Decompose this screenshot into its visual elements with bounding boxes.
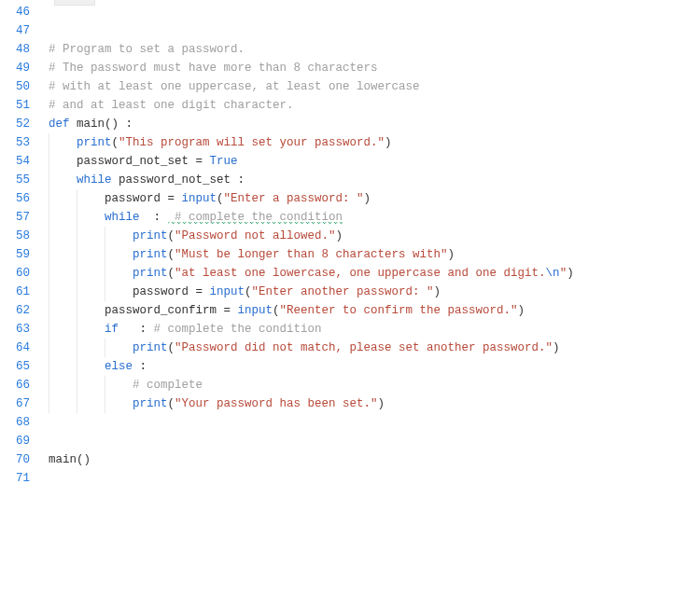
indent-guide — [77, 376, 77, 394]
code-line[interactable]: while : # complete the condition — [49, 208, 700, 227]
code-line[interactable]: # complete — [49, 376, 700, 394]
code-token: main() — [49, 453, 91, 466]
line-number: 66 — [0, 376, 37, 394]
indent-guide — [49, 283, 49, 301]
code-token: ( — [112, 136, 119, 149]
code-token: # and at least one digit character. — [49, 99, 294, 112]
code-token: password_confirm = — [105, 304, 238, 317]
code-line[interactable] — [49, 432, 700, 450]
indent-guide — [77, 227, 77, 245]
code-token: ( — [168, 229, 175, 242]
code-token: # The password must have more than 8 cha… — [49, 62, 378, 75]
code-line[interactable] — [49, 413, 700, 432]
code-token: "Must be longer than 8 characters with" — [175, 248, 448, 261]
code-line[interactable]: # and at least one digit character. — [49, 96, 700, 115]
code-line[interactable]: print("Must be longer than 8 characters … — [49, 245, 700, 264]
line-number: 47 — [0, 21, 37, 40]
code-line[interactable]: print("Password did not match, please se… — [49, 339, 700, 357]
indent-guide — [77, 357, 77, 376]
line-number: 48 — [0, 40, 37, 59]
code-line[interactable]: print("This program will set your passwo… — [49, 133, 700, 152]
indent-guide — [49, 189, 49, 208]
line-number: 52 — [0, 115, 37, 133]
code-line[interactable]: print("at least one lowercase, one upper… — [49, 264, 700, 283]
line-number: 59 — [0, 245, 37, 264]
code-token: ) — [448, 248, 455, 261]
code-token: # Program to set a password. — [49, 43, 245, 56]
code-token: : — [119, 323, 154, 336]
code-token: print — [133, 229, 168, 242]
code-editor[interactable]: 4647484950515253545556575859606162636465… — [0, 0, 700, 595]
indent-guide — [77, 189, 77, 208]
code-token: print — [133, 267, 168, 280]
code-token: "Password not allowed." — [175, 229, 336, 242]
code-line[interactable]: main() — [49, 450, 700, 469]
code-token: password_not_set = — [77, 155, 210, 168]
code-token: ) — [336, 229, 343, 242]
indent-guide — [105, 245, 105, 264]
code-line[interactable]: else : — [49, 357, 700, 376]
code-line[interactable]: while password_not_set : — [49, 171, 700, 189]
code-token: : — [133, 360, 147, 373]
code-line[interactable]: password = input("Enter a password: ") — [49, 189, 700, 208]
line-number: 71 — [0, 469, 37, 488]
indent-guide — [49, 227, 49, 245]
line-number: 69 — [0, 432, 37, 450]
indent-guide — [77, 339, 77, 357]
code-token — [70, 118, 77, 131]
code-token: True — [210, 155, 238, 168]
code-area[interactable]: # Program to set a password.# The passwo… — [37, 0, 700, 595]
code-token: # with at least one uppercase, at least … — [49, 80, 420, 93]
code-token: : — [140, 211, 168, 224]
line-number: 67 — [0, 394, 37, 413]
code-line[interactable]: print("Your password has been set.") — [49, 394, 700, 413]
code-token: "Enter a password: " — [224, 192, 364, 205]
code-token: print — [133, 248, 168, 261]
line-number: 61 — [0, 283, 37, 301]
code-token: main — [77, 118, 105, 131]
line-number: 58 — [0, 227, 37, 245]
indent-guide — [49, 376, 49, 394]
code-token: input — [238, 304, 273, 317]
code-token: print — [77, 136, 112, 149]
code-token: password = — [133, 285, 210, 298]
indent-guide — [49, 357, 49, 376]
code-line[interactable]: # The password must have more than 8 cha… — [49, 59, 700, 77]
code-token: ) — [434, 285, 441, 298]
code-line[interactable]: # with at least one uppercase, at least … — [49, 77, 700, 96]
line-number: 50 — [0, 77, 37, 96]
code-token: password_not_set : — [112, 173, 245, 187]
code-line[interactable]: print("Password not allowed.") — [49, 227, 700, 245]
code-line[interactable]: password = input("Enter another password… — [49, 283, 700, 301]
code-line[interactable]: password_not_set = True — [49, 152, 700, 171]
code-token: ( — [273, 304, 280, 317]
indent-guide — [77, 320, 77, 339]
code-token: () : — [105, 118, 133, 131]
line-number: 55 — [0, 171, 37, 189]
indent-guide — [105, 227, 105, 245]
code-token: \n — [546, 267, 560, 280]
indent-guide — [49, 339, 49, 357]
indent-guide — [49, 394, 49, 413]
code-token: if — [105, 323, 119, 336]
indent-guide — [49, 171, 49, 189]
code-token: "Password did not match, please set anot… — [175, 341, 553, 354]
code-line[interactable]: # Program to set a password. — [49, 40, 700, 59]
line-number: 46 — [0, 3, 37, 21]
code-token: "This program will set your password." — [119, 136, 385, 149]
code-line[interactable]: password_confirm = input("Reenter to con… — [49, 301, 700, 320]
indent-guide — [49, 320, 49, 339]
code-token: while — [105, 211, 140, 224]
code-token: "Reenter to confirm the password." — [280, 304, 518, 317]
code-line[interactable] — [49, 21, 700, 40]
code-line[interactable] — [49, 469, 700, 488]
code-line[interactable]: if : # complete the condition — [49, 320, 700, 339]
code-line[interactable] — [49, 3, 700, 21]
indent-guide — [49, 152, 49, 171]
line-number: 68 — [0, 413, 37, 432]
code-token: # complete — [133, 379, 203, 392]
code-token: input — [182, 192, 217, 205]
indent-guide — [105, 283, 105, 301]
line-number: 49 — [0, 59, 37, 77]
code-line[interactable]: def main() : — [49, 115, 700, 133]
